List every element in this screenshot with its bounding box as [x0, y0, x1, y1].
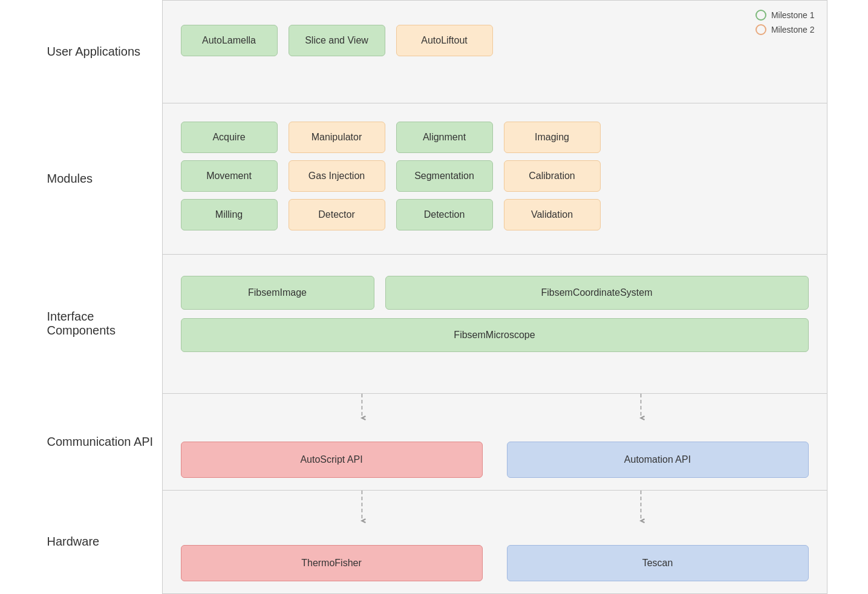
box-fibsem-coordinate-system: FibsemCoordinateSystem [385, 276, 809, 310]
box-thermofisher: ThermoFisher [181, 545, 483, 581]
box-segmentation: Segmentation [396, 160, 493, 192]
modules-row1: Acquire Manipulator Alignment Imaging [181, 122, 809, 153]
label-user-applications: User Applications [41, 0, 162, 103]
legend-milestone2: Milestone 2 [755, 24, 815, 35]
label-modules: Modules [41, 103, 162, 254]
legend-circle-milestone2 [755, 24, 766, 35]
right-content: Milestone 1 Milestone 2 AutoLamella Slic… [162, 0, 827, 594]
box-autoscript-api: AutoScript API [181, 442, 483, 478]
section-communication-api: AutoScript API Automation API [163, 394, 827, 491]
section-user-applications: Milestone 1 Milestone 2 AutoLamella Slic… [163, 1, 827, 103]
legend-circle-milestone1 [755, 10, 766, 21]
box-calibration: Calibration [504, 160, 601, 192]
label-hardware: Hardware [41, 490, 162, 593]
box-autoliftout: AutoLiftout [396, 25, 493, 56]
section-interface-inner: FibsemImage FibsemCoordinateSystem Fibse… [163, 255, 827, 393]
interface-row1: FibsemImage FibsemCoordinateSystem [181, 276, 809, 310]
box-imaging: Imaging [504, 122, 601, 153]
modules-row2: Movement Gas Injection Segmentation Cali… [181, 160, 809, 192]
section-hardware: ThermoFisher Tescan [163, 491, 827, 593]
user-apps-boxes: AutoLamella Slice and View AutoLiftout [181, 25, 809, 56]
box-autolamella: AutoLamella [181, 25, 278, 56]
diagram-wrapper: User Applications Modules Interface Comp… [41, 0, 827, 594]
legend: Milestone 1 Milestone 2 [755, 10, 815, 35]
interface-row2: FibsemMicroscope [181, 318, 809, 352]
box-acquire: Acquire [181, 122, 278, 153]
hardware-boxes: ThermoFisher Tescan [181, 545, 809, 581]
box-fibsem-image: FibsemImage [181, 276, 374, 310]
box-tescan: Tescan [507, 545, 809, 581]
modules-row3: Milling Detector Detection Validation [181, 199, 809, 230]
left-labels: User Applications Modules Interface Comp… [41, 0, 162, 594]
comm-api-boxes: AutoScript API Automation API [181, 442, 809, 478]
section-user-apps-inner: Milestone 1 Milestone 2 AutoLamella Slic… [163, 1, 827, 103]
section-modules-inner: Acquire Manipulator Alignment Imaging [163, 103, 827, 254]
section-interface: FibsemImage FibsemCoordinateSystem Fibse… [163, 255, 827, 394]
box-slice-and-view: Slice and View [289, 25, 385, 56]
label-communication-api: Communication API [41, 393, 162, 490]
section-comm-api-inner: AutoScript API Automation API [163, 394, 827, 490]
section-modules: Acquire Manipulator Alignment Imaging [163, 103, 827, 255]
legend-milestone1: Milestone 1 [755, 10, 815, 21]
modules-grid: Acquire Manipulator Alignment Imaging [181, 122, 809, 230]
box-manipulator: Manipulator [289, 122, 385, 153]
label-interface-components: Interface Components [41, 254, 162, 393]
box-milling: Milling [181, 199, 278, 230]
section-hardware-inner: ThermoFisher Tescan [163, 491, 827, 593]
box-detector: Detector [289, 199, 385, 230]
interface-grid: FibsemImage FibsemCoordinateSystem Fibse… [181, 276, 809, 352]
box-movement: Movement [181, 160, 278, 192]
box-fibsem-microscope: FibsemMicroscope [181, 318, 809, 352]
box-validation: Validation [504, 199, 601, 230]
box-automation-api: Automation API [507, 442, 809, 478]
box-alignment: Alignment [396, 122, 493, 153]
box-detection: Detection [396, 199, 493, 230]
box-gas-injection: Gas Injection [289, 160, 385, 192]
